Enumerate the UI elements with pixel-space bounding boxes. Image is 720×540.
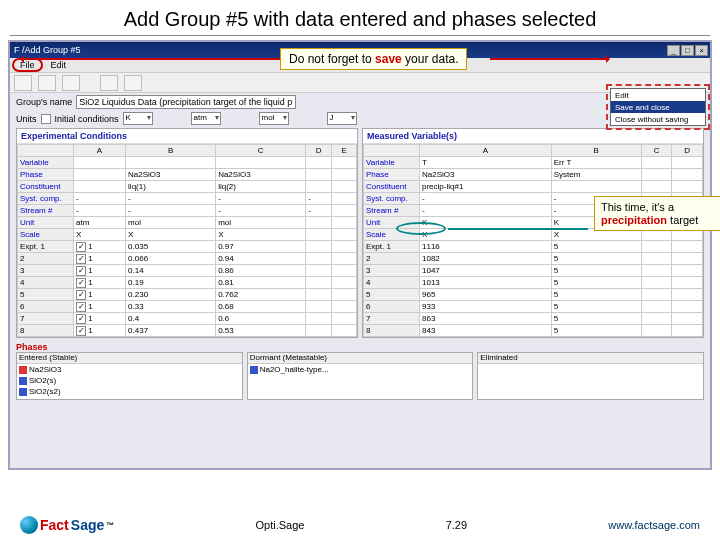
file-dropdown-menu: EditSave and closeClose without saving <box>610 88 706 126</box>
callout-save: Do not forget to save your data. <box>280 48 467 70</box>
group-name-input[interactable] <box>76 95 296 109</box>
globe-icon <box>20 516 38 534</box>
callout-precipitation: This time, it's a precipitation target <box>594 196 720 231</box>
dropdown-item-1[interactable]: Save and close <box>611 101 705 113</box>
unit-temp-select[interactable]: K <box>123 112 153 125</box>
maximize-button[interactable]: □ <box>681 45 694 56</box>
right-pane-title: Measured Variable(s) <box>363 129 703 144</box>
phases-title: Phases <box>16 342 704 352</box>
initial-conditions-checkbox[interactable] <box>41 114 51 124</box>
precipitation-arrow <box>448 228 588 230</box>
left-pane-title: Experimental Conditions <box>17 129 357 144</box>
group-name-label: Group's name <box>16 97 72 107</box>
dropdown-item-0[interactable]: Edit <box>611 89 705 101</box>
toolbar-btn-1[interactable] <box>14 75 32 91</box>
dropdown-item-2[interactable]: Close without saving <box>611 113 705 125</box>
phase-column[interactable]: Eliminated <box>477 352 704 400</box>
menu-edit[interactable]: Edit <box>51 60 67 70</box>
app-window: F /Add Group #5 _ □ × File Edit Group's … <box>8 40 712 470</box>
toolbar-btn-3[interactable] <box>62 75 80 91</box>
footer-product: Opti.Sage <box>255 519 304 531</box>
close-button[interactable]: × <box>695 45 708 56</box>
slide-title: Add Group #5 with data entered and phase… <box>0 0 720 35</box>
divider <box>10 35 710 36</box>
unit-energy-select[interactable]: J <box>327 112 357 125</box>
unit-amount-select[interactable]: mol <box>259 112 289 125</box>
experimental-conditions-pane: Experimental Conditions ABCDEVariablePha… <box>16 128 358 338</box>
phase-column[interactable]: Entered (Stable)Na2SiO3SiO2(s)SiO2(s2) <box>16 352 243 400</box>
initial-conditions-label: Initial conditions <box>55 114 119 124</box>
toolbar-btn-4[interactable] <box>100 75 118 91</box>
units-label: Units <box>16 114 37 124</box>
factsage-logo: FactSage™ <box>20 516 114 534</box>
toolbar <box>10 73 710 93</box>
left-grid[interactable]: ABCDEVariablePhaseNa2SiO3Na2SiO3Constitu… <box>17 144 357 337</box>
toolbar-btn-2[interactable] <box>38 75 56 91</box>
toolbar-btn-5[interactable] <box>124 75 142 91</box>
arrow-save-right <box>490 58 608 60</box>
right-grid[interactable]: ABCDVariableTErr TPhaseNa2SiO3SystemCons… <box>363 144 703 337</box>
phase-column[interactable]: Dormant (Metastable)Na2O_halite-type... <box>247 352 474 400</box>
precipitation-highlight-oval <box>396 222 446 235</box>
footer-page: 7.29 <box>446 519 467 531</box>
arrow-save-left <box>22 58 280 60</box>
minimize-button[interactable]: _ <box>667 45 680 56</box>
footer: FactSage™ Opti.Sage 7.29 www.factsage.co… <box>0 516 720 534</box>
footer-url: www.factsage.com <box>608 519 700 531</box>
unit-press-select[interactable]: atm <box>191 112 221 125</box>
